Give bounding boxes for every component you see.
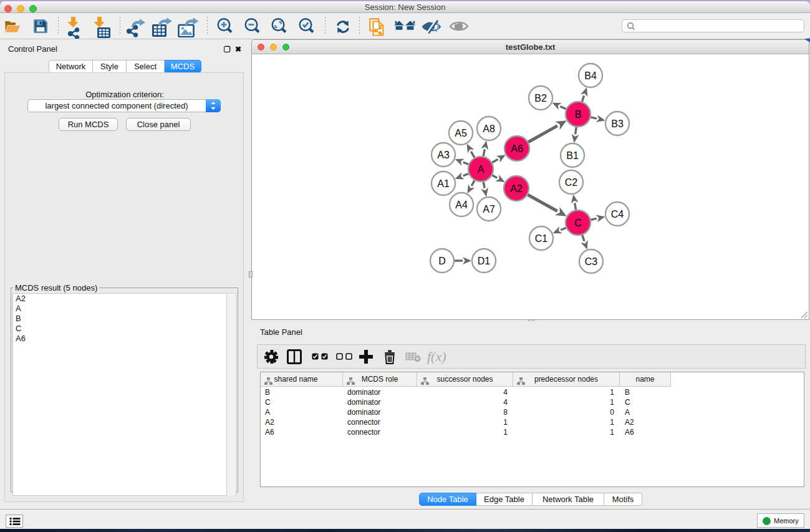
svg-text:B1: B1 [566,150,579,161]
svg-text:C1: C1 [535,233,548,244]
svg-text:A3: A3 [437,150,450,160]
svg-text:B: B [575,109,582,120]
svg-text:A7: A7 [483,204,495,215]
svg-text:D1: D1 [478,256,491,266]
svg-text:A4: A4 [455,200,468,210]
svg-text:B2: B2 [534,93,547,104]
svg-text:C4: C4 [611,209,624,220]
svg-text:A5: A5 [455,128,467,138]
svg-text:A6: A6 [511,143,523,154]
svg-text:D: D [438,256,446,266]
svg-text:A: A [478,164,485,175]
svg-text:C: C [574,218,582,228]
svg-text:A2: A2 [510,183,523,194]
svg-text:C3: C3 [585,256,598,267]
svg-text:A8: A8 [483,123,495,134]
svg-text:B3: B3 [611,118,624,129]
svg-text:A1: A1 [437,178,450,189]
svg-text:C2: C2 [565,177,578,188]
svg-text:B4: B4 [584,70,597,81]
